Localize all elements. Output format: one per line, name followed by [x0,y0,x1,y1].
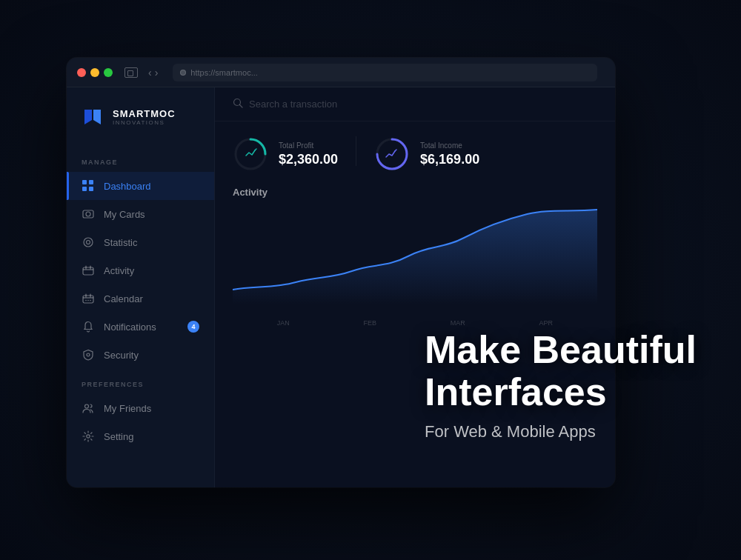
activity-section: Activity [215,172,615,327]
main-content: Search a transaction [215,87,615,487]
forward-arrow[interactable]: › [155,67,159,79]
sidebar-item-security[interactable]: Security [67,341,214,369]
stat-card-total-profit: Total Profit $2,360.00 [233,136,338,172]
stats-row: Total Profit $2,360.00 [215,121,615,172]
security-icon [82,348,95,361]
svg-point-9 [87,353,90,356]
sidebar-item-my-cards[interactable]: My Cards [67,200,214,228]
profit-label: Total Profit [279,141,338,150]
dashboard-icon [82,179,95,193]
profit-circle [233,136,268,172]
app-content: SMARTMOC INNOVATIONS MANAGE [67,87,615,487]
svg-point-2 [84,238,93,247]
chart-label-feb: FEB [364,319,377,327]
logo-icon [82,105,105,129]
chart-label-mar: MAR [451,319,465,327]
minimize-button[interactable] [90,68,99,77]
logo-subtitle: INNOVATIONS [113,119,176,126]
statistic-icon [82,236,95,249]
sidebar-item-label: My Friends [104,403,151,414]
activity-icon [82,264,95,277]
url-text: https://smartmoc... [190,68,257,77]
notifications-badge: 4 [187,321,199,333]
traffic-lights [77,68,113,77]
svg-rect-5 [83,296,93,303]
maximize-button[interactable] [104,68,113,77]
cards-icon [82,207,95,221]
sidebar-item-label: My Cards [104,209,145,220]
svg-point-11 [87,435,90,438]
svg-point-6 [85,300,87,301]
search-bar: Search a transaction [215,87,615,121]
sidebar-item-setting[interactable]: Setting [67,422,214,450]
sidebar-item-notifications[interactable]: Notifications 4 [67,313,214,341]
browser-chrome-bar: ‹ › https://smartmoc... [67,58,615,87]
sidebar-item-my-friends[interactable]: My Friends [67,394,214,422]
svg-point-8 [90,300,91,301]
sidebar-item-label: Calendar [104,293,143,304]
sidebar-item-label: Activity [104,265,134,276]
close-button[interactable] [77,68,86,77]
notifications-icon [82,320,95,333]
svg-point-10 [85,404,89,408]
sidebar-item-label: Setting [104,431,133,442]
logo-name: SMARTMOC [113,108,176,119]
chart-area: JAN FEB MAR APR [233,208,597,327]
profit-value: $2,360.00 [279,152,338,167]
activity-title: Activity [233,187,597,198]
svg-rect-4 [83,267,93,275]
setting-icon [82,430,95,443]
logo-text: SMARTMOC INNOVATIONS [113,108,176,126]
income-info: Total Income $6,169.00 [420,141,479,167]
ssl-icon [180,70,186,76]
svg-point-7 [87,300,89,301]
page-background: ‹ › https://smartmoc... [0,0,741,560]
section-preferences: PREFERENCES [67,381,214,388]
url-bar[interactable]: https://smartmoc... [173,64,597,81]
search-placeholder: Search a transaction [249,99,337,110]
stat-card-total-income: Total Income $6,169.00 [374,136,479,172]
sidebar-item-label: Dashboard [104,181,151,192]
tab-switcher-icon[interactable] [124,67,138,78]
svg-point-3 [87,241,90,244]
logo-area: SMARTMOC INNOVATIONS [67,105,214,147]
sidebar: SMARTMOC INNOVATIONS MANAGE [67,87,215,487]
nav-arrows: ‹ › [148,67,158,79]
sidebar-item-label: Notifications [104,321,156,333]
profit-info: Total Profit $2,360.00 [279,141,338,167]
sidebar-item-label: Security [104,350,139,361]
sidebar-item-statistic[interactable]: Statistic [67,228,214,256]
chart-labels: JAN FEB MAR APR [233,319,597,327]
chart-label-apr: APR [539,319,554,327]
browser-window: ‹ › https://smartmoc... [67,58,615,487]
income-value: $6,169.00 [420,152,479,167]
friends-icon [82,401,95,415]
sidebar-item-activity[interactable]: Activity [67,256,214,284]
search-icon [233,98,243,110]
income-circle [374,136,410,172]
back-arrow[interactable]: ‹ [148,67,152,79]
sidebar-item-calendar[interactable]: Calendar [67,284,214,313]
income-label: Total Income [420,141,479,150]
sidebar-item-dashboard[interactable]: Dashboard [67,172,214,200]
svg-point-1 [86,212,90,216]
sidebar-item-label: Statistic [104,237,138,248]
section-manage: MANAGE [67,159,214,166]
calendar-icon [82,292,95,305]
chart-label-jan: JAN [277,319,290,327]
stat-divider [356,136,356,166]
